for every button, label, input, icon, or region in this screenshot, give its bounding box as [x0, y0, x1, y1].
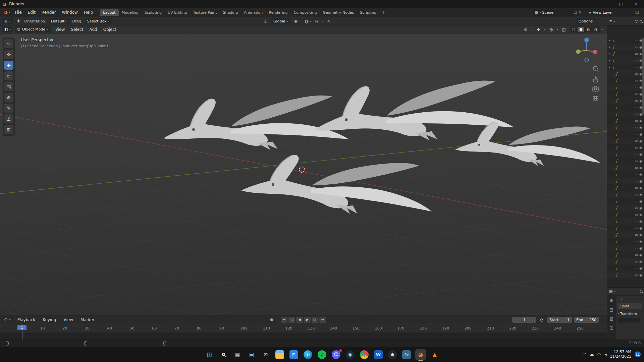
- ruler-tick[interactable]: 150: [345, 324, 367, 333]
- steam-button[interactable]: ◉: [346, 350, 355, 359]
- notification-center-badge[interactable]: 11: [635, 352, 641, 358]
- workspace-tab[interactable]: Scripting: [357, 9, 379, 16]
- disable-render-icon[interactable]: ◉: [639, 92, 642, 96]
- frame-start-field[interactable]: Start 1: [547, 317, 572, 323]
- disable-viewport-icon[interactable]: ▭: [635, 132, 638, 136]
- outliner-row[interactable]: ∫ ▭ ◉: [607, 265, 644, 272]
- disable-viewport-icon[interactable]: ▭: [635, 139, 638, 143]
- datablock-name-field[interactable]: ∫ joint…: [618, 303, 642, 309]
- disable-viewport-icon[interactable]: ▭: [635, 85, 638, 89]
- workspace-tab[interactable]: Texture Paint: [190, 9, 220, 16]
- view-layer-selector[interactable]: ≡ View Layer ❏: [586, 9, 641, 16]
- outliner-row[interactable]: ∫ ▭ ◉: [607, 117, 644, 124]
- ruler-tick[interactable]: 120: [278, 324, 300, 333]
- outliner-row[interactable]: ▸ ∫ ▭ ◉: [607, 57, 644, 64]
- active-tool-selector[interactable]: ⊞ ▾: [2, 18, 13, 24]
- viewport-menu-item[interactable]: Add: [86, 26, 100, 33]
- outliner-row[interactable]: ∫ ▭ ◉: [607, 251, 644, 258]
- photos-button[interactable]: ▣: [247, 350, 256, 359]
- outliner-row[interactable]: ∫ ▭ ◉: [607, 204, 644, 211]
- ruler-tick[interactable]: 60: [143, 324, 166, 333]
- outliner-row[interactable]: ∫ ▭ ◉: [607, 84, 644, 90]
- new-view-layer-icon[interactable]: ❏: [635, 10, 639, 15]
- workspace-tab[interactable]: Modeling: [119, 9, 142, 16]
- disable-viewport-icon[interactable]: ▭: [635, 186, 638, 190]
- disable-render-icon[interactable]: ◉: [639, 240, 642, 243]
- outliner-row[interactable]: ▸ ∫ ▭ ◉: [607, 50, 644, 57]
- breadcrumb[interactable]: ⊡ j…: [618, 297, 642, 301]
- disable-viewport-icon[interactable]: ▭: [635, 52, 638, 56]
- jump-to-start-button[interactable]: ⇤: [281, 317, 287, 323]
- previous-keyframe-button[interactable]: ◁: [288, 317, 295, 323]
- disable-render-icon[interactable]: ◉: [639, 39, 642, 42]
- file-explorer-button[interactable]: [275, 350, 284, 359]
- disable-render-icon[interactable]: ◉: [639, 119, 642, 123]
- timeline-menu-item[interactable]: View: [60, 316, 76, 323]
- outliner-row[interactable]: ∫ ▭ ◉: [607, 164, 644, 171]
- disable-render-icon[interactable]: ◉: [639, 59, 642, 62]
- expand-arrow-icon[interactable]: ▸: [609, 52, 612, 55]
- disable-viewport-icon[interactable]: ▭: [635, 106, 638, 109]
- disable-viewport-icon[interactable]: ▭: [635, 166, 638, 170]
- disable-viewport-icon[interactable]: ▭: [635, 233, 638, 237]
- outliner-row[interactable]: ∫ ▭ ◉: [607, 131, 644, 137]
- outliner-row[interactable]: ∫ ▭ ◉: [607, 90, 644, 97]
- ruler-tick[interactable]: 200: [457, 324, 479, 333]
- ruler-tick[interactable]: 70: [166, 324, 188, 333]
- disable-viewport-icon[interactable]: ▭: [635, 72, 638, 76]
- store-button[interactable]: ⊞: [289, 350, 298, 359]
- ruler-tick[interactable]: 130: [300, 324, 322, 333]
- ruler-tick[interactable]: 210: [479, 324, 502, 333]
- maximize-button[interactable]: ▢: [613, 0, 629, 8]
- outliner-row[interactable]: ∫ ▭ ◉: [607, 124, 644, 131]
- preview-range-toggle[interactable]: ◔: [538, 317, 545, 323]
- show-overlays-toggle[interactable]: ◎: [548, 26, 554, 33]
- timeline-editor-type-button[interactable]: ◷ ▾: [2, 317, 13, 323]
- menubar-item[interactable]: File: [12, 9, 25, 16]
- outliner-row[interactable]: ∫ ▭ ◉: [607, 258, 644, 265]
- disable-render-icon[interactable]: ◉: [639, 226, 642, 230]
- disable-render-icon[interactable]: ◉: [639, 173, 642, 176]
- transform-field-stub[interactable]: [618, 318, 640, 322]
- disable-viewport-icon[interactable]: ▭: [635, 126, 638, 129]
- ruler-tick[interactable]: 100: [233, 324, 255, 333]
- menubar-item[interactable]: Edit: [25, 9, 39, 16]
- disable-render-icon[interactable]: ◉: [639, 45, 642, 49]
- ruler-tick[interactable]: 10: [31, 324, 54, 333]
- outliner-row[interactable]: ∫ ▭ ◉: [607, 151, 644, 158]
- pivot-point-icon[interactable]: ◈: [292, 18, 299, 24]
- disable-viewport-icon[interactable]: ▭: [635, 79, 638, 82]
- timeline-track-lane[interactable]: [0, 333, 607, 340]
- ruler-tick[interactable]: 240: [546, 324, 569, 333]
- add-cube-tool-button[interactable]: ⊞: [4, 125, 13, 134]
- play-reverse-button[interactable]: ◀: [296, 317, 303, 323]
- disable-render-icon[interactable]: ◉: [639, 153, 642, 156]
- tool-tab[interactable]: ⚙: [610, 298, 613, 303]
- ruler-tick[interactable]: 20: [54, 324, 76, 333]
- disable-viewport-icon[interactable]: ▭: [635, 153, 638, 156]
- disable-render-icon[interactable]: ◉: [639, 65, 642, 69]
- disable-render-icon[interactable]: ◉: [639, 72, 642, 76]
- camera-view-icon[interactable]: [593, 86, 598, 91]
- disable-render-icon[interactable]: ◉: [639, 246, 642, 250]
- blender-button[interactable]: ◕: [416, 350, 425, 359]
- disable-render-icon[interactable]: ◉: [639, 159, 642, 163]
- outliner-row[interactable]: ▸ ∫ ▭ ◉: [607, 37, 644, 44]
- expand-arrow-icon[interactable]: ▸: [609, 45, 612, 49]
- disable-viewport-icon[interactable]: ▭: [635, 65, 638, 69]
- outliner-row[interactable]: ∫ ▭ ◉: [607, 184, 644, 191]
- outliner-row[interactable]: ∫ ▭ ◉: [607, 144, 644, 151]
- disable-render-icon[interactable]: ◉: [639, 139, 642, 143]
- grid-ortho-icon[interactable]: [593, 97, 598, 100]
- disable-render-icon[interactable]: ◉: [639, 179, 642, 183]
- volume-icon[interactable]: ◄: [604, 353, 607, 356]
- menubar-item[interactable]: Render: [39, 9, 59, 16]
- disable-viewport-icon[interactable]: ▭: [635, 246, 638, 250]
- search-icon[interactable]: [640, 290, 642, 293]
- ruler-tick[interactable]: 180: [412, 324, 434, 333]
- chrome-button[interactable]: ◉: [360, 350, 369, 359]
- outliner-row[interactable]: ∫ ▭ ◉: [607, 191, 644, 198]
- timeline-menu-item[interactable]: Keying: [40, 316, 59, 323]
- next-keyframe-button[interactable]: ▷: [312, 317, 318, 323]
- disable-render-icon[interactable]: ◉: [639, 166, 642, 170]
